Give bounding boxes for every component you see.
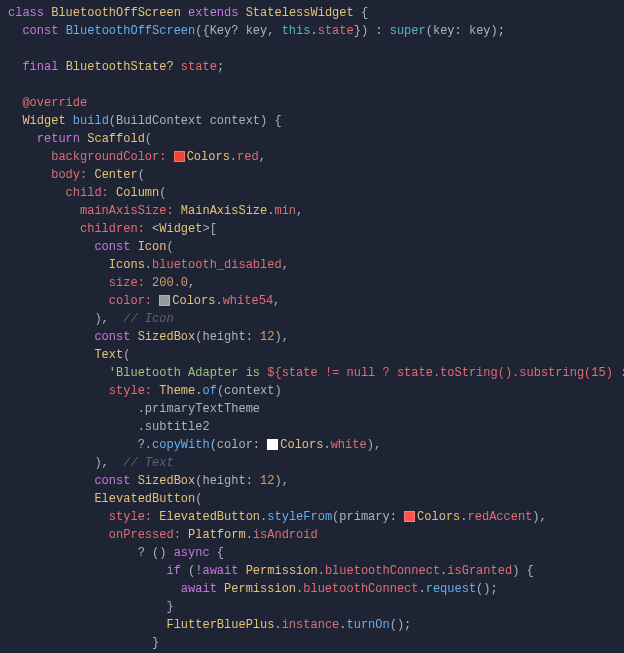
color-swatch-white54-icon	[159, 295, 170, 306]
comment: // Icon	[109, 312, 174, 326]
color-swatch-red-icon	[174, 151, 185, 162]
constructor: BluetoothOffScreen	[66, 24, 196, 38]
keyword: class	[8, 6, 44, 20]
comment: // Text	[109, 456, 174, 470]
color-swatch-redaccent-icon	[404, 511, 415, 522]
string-literal: 'Bluetooth Adapter is	[109, 366, 267, 380]
code-editor: class BluetoothOffScreen extends Statele…	[0, 0, 624, 653]
color-swatch-white-icon	[267, 439, 278, 450]
class-name: BluetoothOffScreen	[51, 6, 181, 20]
keyword: const	[22, 24, 58, 38]
class-name: StatelessWidget	[246, 6, 354, 20]
params: ({Key? key,	[195, 24, 281, 38]
super-keyword: super	[390, 24, 426, 38]
brace: {	[354, 6, 368, 20]
method-name: build	[73, 114, 109, 128]
keyword: extends	[188, 6, 238, 20]
this-keyword: this	[282, 24, 311, 38]
annotation: @override	[22, 96, 87, 110]
